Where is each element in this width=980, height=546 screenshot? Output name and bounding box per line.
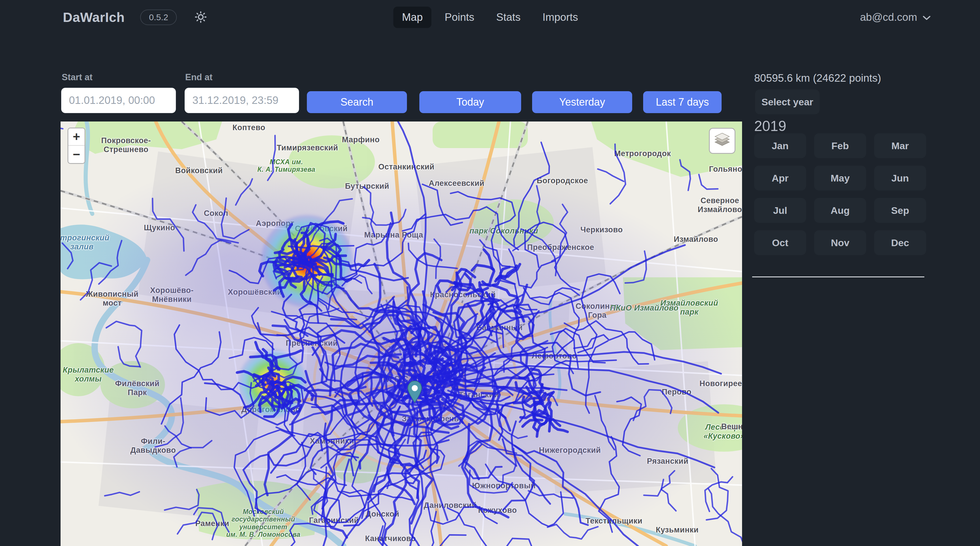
tab-map[interactable]: Map (393, 6, 431, 28)
month-button-jan[interactable]: Jan (754, 133, 806, 158)
month-button-jul[interactable]: Jul (754, 198, 806, 223)
search-button[interactable]: Search (307, 91, 407, 113)
month-button-jun[interactable]: Jun (874, 166, 926, 190)
sidebar-divider (752, 276, 924, 277)
app-logo[interactable]: DaWarIch (63, 10, 124, 25)
layers-control[interactable] (709, 128, 735, 154)
month-button-aug[interactable]: Aug (814, 198, 866, 223)
month-button-nov[interactable]: Nov (814, 230, 866, 255)
zoom-in-button[interactable]: + (68, 128, 84, 146)
account-email: ab@cd.com (860, 11, 917, 23)
year-heading: 2019 (754, 118, 786, 134)
layers-icon (714, 132, 730, 150)
month-button-sep[interactable]: Sep (874, 198, 926, 223)
start-at-input[interactable] (61, 88, 176, 113)
month-button-mar[interactable]: Mar (874, 133, 926, 158)
start-at-label: Start at (62, 72, 92, 83)
end-at-label: End at (185, 72, 213, 83)
theme-toggle-button[interactable] (192, 10, 209, 25)
sun-icon (194, 10, 207, 24)
chevron-down-icon (922, 11, 931, 23)
location-marker[interactable] (407, 381, 422, 404)
navbar-left-group: DaWarIch 0.5.2 (63, 0, 209, 35)
version-badge: 0.5.2 (140, 10, 177, 25)
month-button-dec[interactable]: Dec (874, 230, 926, 255)
map-container[interactable]: КоптевоПокровское- СтрешневоТимирязевски… (60, 121, 742, 546)
main-nav-tabs: Map Points Stats Imports (393, 6, 587, 28)
tab-points[interactable]: Points (436, 6, 483, 28)
month-button-oct[interactable]: Oct (754, 230, 806, 255)
last-7-days-button[interactable]: Last 7 days (643, 91, 722, 113)
today-button[interactable]: Today (419, 91, 521, 113)
map-zoom-control: + − (67, 128, 85, 164)
tab-imports[interactable]: Imports (534, 6, 587, 28)
month-button-apr[interactable]: Apr (754, 166, 806, 190)
month-button-may[interactable]: May (814, 166, 866, 190)
gps-traces-layer (60, 121, 742, 546)
zoom-out-button[interactable]: − (68, 146, 84, 163)
end-at-input[interactable] (185, 88, 299, 113)
select-year-button[interactable]: Select year (755, 89, 820, 114)
tab-stats[interactable]: Stats (488, 6, 529, 28)
distance-points-summary: 80595.6 km (24622 points) (754, 72, 881, 84)
months-grid: JanFebMarAprMayJunJulAugSepOctNovDec (754, 133, 926, 255)
navbar: DaWarIch 0.5.2 Map Points Stats Imports … (0, 0, 980, 35)
month-button-feb[interactable]: Feb (814, 133, 866, 158)
account-menu[interactable]: ab@cd.com (860, 11, 931, 23)
yesterday-button[interactable]: Yesterday (532, 91, 632, 113)
